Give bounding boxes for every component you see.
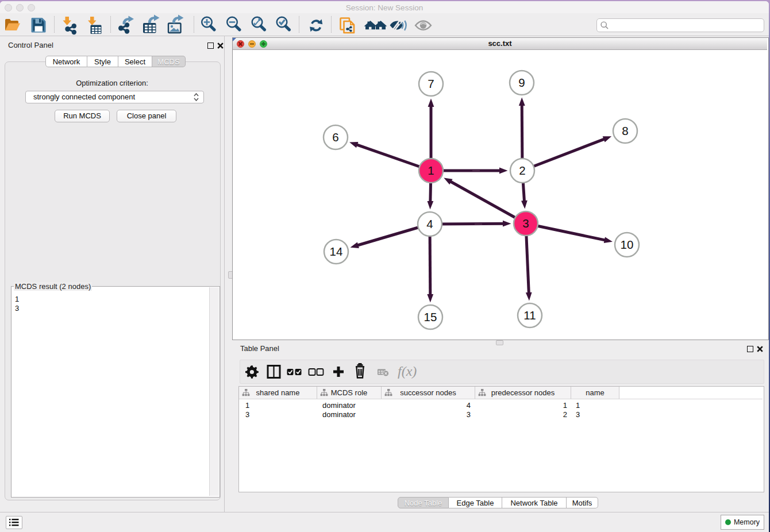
svg-text:f(x): f(x) [398, 364, 417, 379]
svg-text:1: 1 [428, 164, 434, 177]
svg-text:9: 9 [518, 76, 525, 89]
svg-text:2: 2 [519, 164, 525, 177]
svg-text:3: 3 [522, 217, 529, 230]
svg-text:10: 10 [621, 238, 634, 251]
svg-text:8: 8 [622, 124, 628, 137]
svg-text:11: 11 [523, 309, 536, 322]
svg-text:4: 4 [426, 217, 433, 230]
svg-text:15: 15 [424, 310, 437, 323]
svg-text:14: 14 [330, 245, 343, 258]
svg-text:6: 6 [332, 130, 338, 144]
svg-text:7: 7 [428, 77, 434, 90]
